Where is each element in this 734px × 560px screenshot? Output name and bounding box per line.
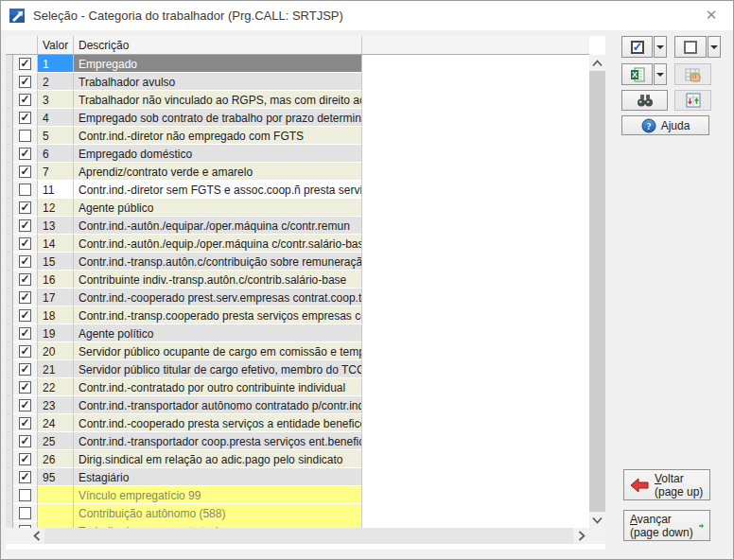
row-indicator [6,306,13,324]
row-checkbox[interactable]: ✓ [19,435,31,447]
horizontal-scrollbar[interactable] [6,528,589,544]
row-checkbox[interactable]: ✓ [19,327,31,340]
table-row[interactable]: ✓3Trabalhador não vinculado ao RGPS, mas… [6,91,589,109]
table-row[interactable]: ✓13Contr.ind.-autôn./equipar./oper.máqui… [6,217,589,235]
table-row[interactable]: ✓15Contr.ind.-transp.autôn.c/contribuiçã… [6,253,589,271]
scroll-up-button[interactable] [589,55,605,71]
row-checkbox[interactable]: ✓ [19,94,31,106]
table-row[interactable]: ✓7Aprendiz/contrato verde e amarelo [6,163,589,181]
table-row[interactable]: ✓22Contr.ind.-contratado por outro contr… [6,378,589,396]
row-indicator [6,360,13,378]
row-checkbox[interactable]: ✓ [19,453,31,465]
sort-columns-button[interactable] [674,90,711,111]
hand-grid-button[interactable] [674,63,711,85]
row-checkbox[interactable]: ✓ [19,345,31,358]
export-excel-dropdown[interactable] [654,63,667,85]
table-row[interactable]: ✓1Empregado [6,55,589,73]
clear-all-dropdown[interactable] [708,36,721,58]
row-checkbox[interactable] [19,489,31,501]
scroll-left-button[interactable] [28,528,44,544]
row-checkbox[interactable]: ✓ [19,58,31,70]
table-row[interactable]: Vínculo empregatício 99 [6,486,589,504]
header-descricao[interactable]: Descrição [74,36,362,55]
row-indicator [6,127,13,145]
table-row[interactable]: ✓24Contr.ind.-cooperado presta serviços … [6,414,589,432]
row-checkbox[interactable]: ✓ [19,291,31,304]
search-button[interactable] [621,90,668,111]
table-row[interactable]: ✓19Agente político [6,324,589,342]
help-button[interactable]: ? Ajuda [621,115,709,135]
row-checkbox[interactable]: ✓ [19,219,31,232]
row-checkbox-cell: ✓ [13,432,38,450]
row-checkbox[interactable]: ✓ [19,255,31,268]
row-checkbox[interactable]: ✓ [19,201,31,214]
row-indicator [6,253,13,271]
table-row[interactable]: ✓26Dirig.sindical em relação ao adic.pag… [6,450,589,468]
scroll-right-button[interactable] [573,528,589,544]
row-indicator [6,342,13,360]
table-row[interactable]: ✓18Contr.ind.-transp.cooperado presta se… [6,306,589,324]
table-row[interactable]: 11Contr.ind.-diretor sem FGTS e assoc.co… [6,181,589,199]
horizontal-scroll-thumb[interactable] [44,528,573,544]
row-checkbox[interactable]: ✓ [19,417,31,429]
row-descricao: Agente político [74,324,362,342]
row-valor: 23 [38,396,74,414]
row-checkbox-cell: ✓ [13,145,38,163]
vertical-scrollbar[interactable] [589,55,605,528]
table-row[interactable]: ✓20Servidor público ocupante de cargo em… [6,342,589,360]
app-icon [9,8,26,24]
close-button[interactable]: ✕ [690,1,733,29]
select-all-dropdown[interactable] [654,36,667,58]
row-checkbox[interactable]: ✓ [19,399,31,411]
back-button[interactable]: Voltar (page up) [623,469,710,500]
row-checkbox[interactable]: ✓ [19,148,31,160]
header-valor[interactable]: Valor [38,36,74,55]
table-row[interactable]: Contribuição autônomo (588) [6,504,589,522]
table-row[interactable]: ✓17Contr.ind.-cooperado prest.serv.empre… [6,289,589,306]
row-checkbox[interactable] [19,130,31,142]
row-valor: 18 [38,306,74,324]
row-checkbox[interactable]: ✓ [19,166,31,178]
grid-body: ✓1Empregado✓2Trabalhador avulso✓3Trabalh… [6,55,589,528]
row-checkbox-cell: ✓ [13,468,38,486]
clear-all-button[interactable]: ✓ [674,36,707,58]
table-row[interactable]: ✓23Contr.ind.-transportador autônomo con… [6,396,589,414]
vertical-scroll-thumb[interactable] [589,71,605,512]
category-grid: Valor Descrição ✓1Empregado✓2Trabalhador… [6,36,605,550]
row-valor: 25 [38,432,74,450]
back-label: Voltar (page up) [655,472,703,499]
row-indicator [6,217,13,235]
row-checkbox-cell: ✓ [13,163,38,181]
row-checkbox[interactable]: ✓ [19,471,31,483]
table-row[interactable]: ✓12Agente público [6,199,589,217]
row-checkbox[interactable]: ✓ [19,309,31,322]
row-checkbox[interactable]: ✓ [19,381,31,394]
table-row[interactable]: 5Contr.ind.-diretor não empregado com FG… [6,127,589,145]
forward-button[interactable]: Avançar (page down) [623,510,710,541]
table-row[interactable]: ✓14Contr.ind.-autôn./equip./oper.máquina… [6,235,589,253]
row-checkbox[interactable]: ✓ [19,237,31,250]
table-row[interactable]: ✓95Estagiário [6,468,589,486]
table-row[interactable]: ✓21Servidor público titular de cargo efe… [6,360,589,378]
row-checkbox[interactable] [19,184,31,196]
row-descricao: Dirig.sindical em relação ao adic.pago p… [74,450,362,468]
window-title: Seleção - Categoria do trabalhador (Prg.… [33,1,343,30]
table-row[interactable]: ✓16Contribuinte indiv.-transp.autôn.c/co… [6,271,589,289]
table-row[interactable]: ✓2Trabalhador avulso [6,73,589,91]
export-excel-button[interactable]: X [621,63,653,85]
table-row[interactable]: ✓6Empregado doméstico [6,145,589,163]
table-row[interactable]: ✓25Contr.ind.-transportador coop.presta … [6,432,589,450]
select-all-button[interactable]: ✓ [621,36,653,58]
row-descricao: Trabalhador avulso [74,73,362,91]
row-checkbox[interactable]: ✓ [19,363,31,376]
row-valor: 15 [38,253,74,271]
row-checkbox[interactable]: ✓ [19,76,31,88]
scroll-down-button[interactable] [589,512,605,528]
row-checkbox[interactable]: ✓ [19,112,31,124]
table-row[interactable]: ✓4Empregado sob contrato de trabalho por… [6,109,589,127]
row-checkbox[interactable]: ✓ [19,273,31,286]
chevron-right-icon [578,531,585,541]
row-descricao: Contr.ind.-transp.cooperado presta servi… [74,306,362,324]
row-checkbox[interactable] [19,507,31,519]
row-indicator [6,504,13,522]
